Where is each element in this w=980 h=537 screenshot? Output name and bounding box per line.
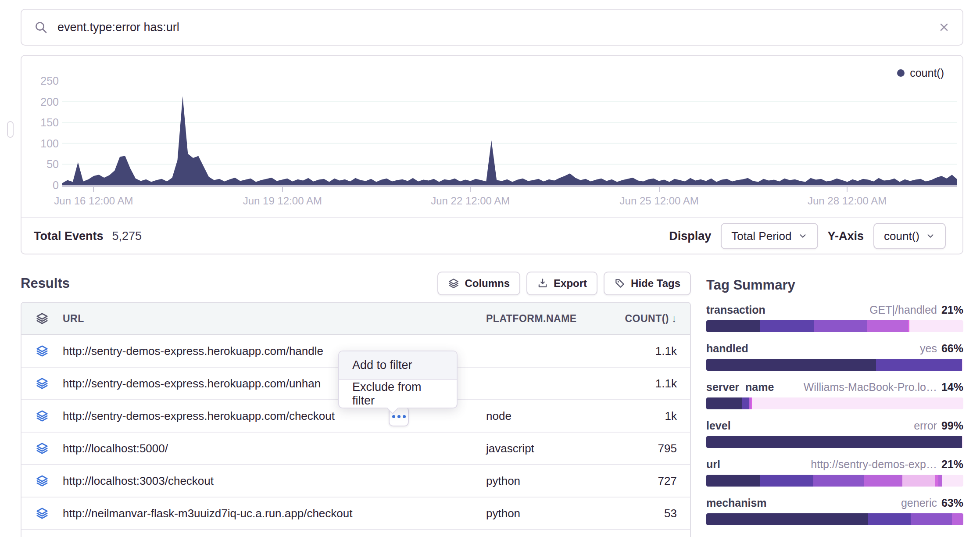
tag-top-value: express-demo: [868, 535, 937, 537]
table-row[interactable]: http://localhost:5000/javascript795: [21, 433, 690, 465]
events-area-chart[interactable]: [62, 81, 957, 185]
x-axis: Jun 16 12:00 AMJun 19 12:00 AMJun 22 12:…: [62, 185, 957, 216]
stack-icon: [36, 474, 49, 487]
tag-summary-panel: Tag Summary transactionGET|/handled21%ha…: [706, 277, 963, 537]
count-header-label: COUNT(): [625, 313, 669, 324]
tag-bar-segment: [706, 320, 760, 332]
tag-block-url: urlhttp://sentry-demos-exp…21%: [706, 458, 963, 487]
chart-legend: count(): [897, 67, 944, 79]
hide-tags-button-label: Hide Tags: [631, 277, 680, 290]
tag-bar-segment: [706, 397, 742, 409]
results-title: Results: [21, 276, 70, 291]
search-input[interactable]: event.type:error has:url: [57, 21, 938, 34]
y-axis-label: Y-Axis: [828, 229, 864, 243]
tag-top-percent: 66%: [941, 342, 963, 355]
x-axis-tick: [659, 187, 660, 192]
tag-bar-segment: [706, 513, 868, 525]
tag-distribution-bar[interactable]: [706, 397, 963, 409]
tag-distribution-bar[interactable]: [706, 320, 963, 332]
count-cell: 1k: [596, 409, 690, 423]
sidebar-collapse-handle[interactable]: [7, 121, 14, 138]
tag-name: handled: [706, 342, 748, 355]
url-cell[interactable]: http://localhost:5000/: [63, 442, 486, 455]
y-axis-labels: 050100150200250: [26, 81, 59, 185]
total-events-label: Total Events: [34, 229, 104, 243]
y-axis-tick-label: 200: [26, 96, 59, 108]
table-row[interactable]: http://neilmanvar-flask-m3uuizd7iq-uc.a.…: [21, 498, 690, 530]
tag-bar-segment: [952, 513, 963, 525]
tag-distribution-bar[interactable]: [706, 513, 963, 525]
download-icon: [537, 278, 548, 289]
tag-summary-title: Tag Summary: [706, 277, 963, 293]
table-row-partial: [21, 530, 690, 537]
tag-bar-segment: [760, 475, 813, 487]
y-axis-dropdown[interactable]: count(): [873, 223, 946, 249]
tag-block-mechanism: mechanismgeneric63%: [706, 497, 963, 525]
platform-cell[interactable]: python: [486, 474, 596, 488]
y-axis-tick-label: 150: [26, 116, 59, 129]
export-button[interactable]: Export: [526, 272, 597, 295]
stack-icon: [36, 344, 49, 358]
tag-distribution-bar[interactable]: [706, 359, 963, 371]
tag-bar-segment: [962, 359, 963, 371]
tag-bar-segment: [868, 513, 911, 525]
results-table: URL PLATFORM.NAME COUNT()↓ http://sentry…: [21, 302, 691, 537]
y-axis-dropdown-value: count(): [884, 229, 919, 243]
menu-item-exclude-from-filter[interactable]: Exclude from filter: [339, 380, 457, 408]
url-cell[interactable]: http://sentry-demos-express.herokuapp.co…: [63, 409, 486, 423]
events-chart-panel: count() 050100150200250 Jun 16 12:00 AMJ…: [21, 55, 963, 254]
tag-bar-segment: [706, 436, 962, 448]
display-label: Display: [669, 229, 711, 243]
y-axis-tick-label: 100: [26, 137, 59, 150]
display-dropdown[interactable]: Total Period: [721, 223, 818, 249]
hide-tags-button[interactable]: Hide Tags: [604, 272, 691, 295]
stack-icon: [36, 377, 49, 390]
count-cell: 795: [596, 442, 690, 455]
url-cell[interactable]: http://localhost:3003/checkout: [63, 474, 486, 488]
y-axis-tick-label: 0: [26, 179, 59, 192]
tag-top-value: generic: [901, 497, 937, 509]
tag-bar-segment: [942, 475, 963, 487]
tag-bar-segment: [864, 475, 902, 487]
tag-block-project: projectexpress-demo63%: [706, 535, 963, 537]
stack-icon: [448, 278, 459, 289]
x-axis-line: [62, 185, 957, 187]
legend-series-label: count(): [910, 67, 944, 79]
display-dropdown-value: Total Period: [731, 229, 791, 243]
chart-footer: Total Events 5,275 Display Total Period …: [21, 217, 962, 254]
table-row[interactable]: http://localhost:3003/checkoutpython727: [21, 465, 690, 498]
tag-bar-segment: [935, 475, 938, 487]
platform-cell[interactable]: javascript: [486, 442, 596, 455]
column-header-platform[interactable]: PLATFORM.NAME: [486, 313, 596, 325]
tag-name: transaction: [706, 304, 765, 316]
search-icon: [34, 20, 48, 34]
menu-item-add-to-filter[interactable]: Add to filter: [339, 351, 457, 379]
tag-block-handled: handledyes66%: [706, 342, 963, 371]
platform-cell[interactable]: python: [486, 507, 596, 520]
tag-top-percent: 99%: [941, 419, 963, 432]
tag-name: url: [706, 458, 720, 471]
search-bar[interactable]: event.type:error has:url: [21, 9, 963, 46]
tag-bar-segment: [909, 320, 963, 332]
column-header-count[interactable]: COUNT()↓: [596, 313, 690, 325]
url-cell[interactable]: http://neilmanvar-flask-m3uuizd7iq-uc.a.…: [63, 507, 486, 520]
tag-bar-segment: [706, 359, 876, 371]
tag-top-percent: 21%: [941, 458, 963, 471]
chevron-down-icon: [926, 231, 935, 241]
tag-bar-segment: [760, 320, 814, 332]
columns-button[interactable]: Columns: [437, 272, 520, 295]
tag-block-transaction: transactionGET|/handled21%: [706, 304, 963, 332]
tag-bar-segment: [814, 320, 867, 332]
x-axis-tick: [282, 187, 283, 192]
tag-distribution-bar[interactable]: [706, 436, 963, 448]
chevron-down-icon: [798, 231, 808, 241]
y-axis-tick-label: 250: [26, 75, 59, 87]
x-axis-tick: [847, 187, 848, 192]
column-header-url[interactable]: URL: [63, 313, 486, 325]
tag-bar-segment: [813, 475, 864, 487]
stack-icon[interactable]: [36, 312, 49, 325]
tag-distribution-bar[interactable]: [706, 475, 963, 487]
clear-search-icon[interactable]: [938, 21, 950, 33]
platform-cell[interactable]: node: [486, 409, 596, 423]
tag-name: mechanism: [706, 497, 767, 509]
